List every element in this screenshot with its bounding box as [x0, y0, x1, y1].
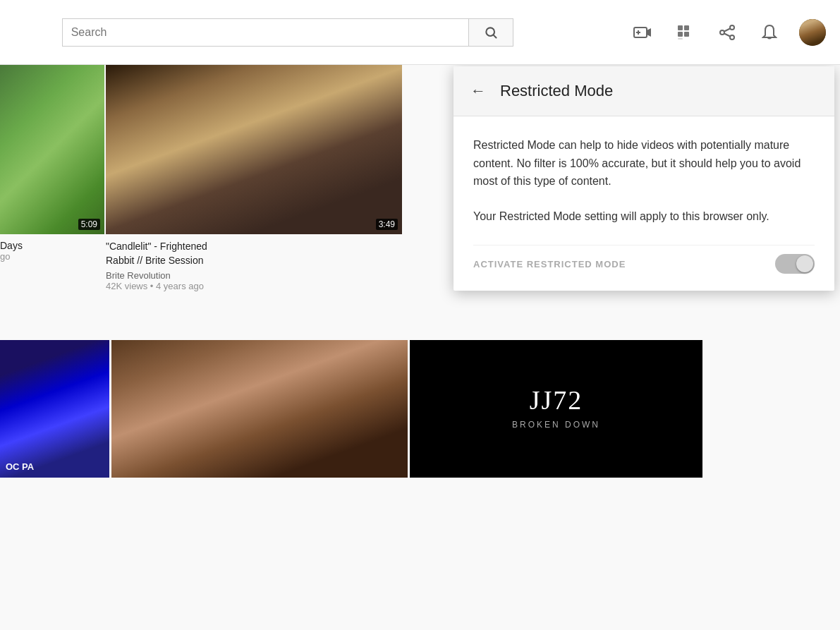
share-icon[interactable] — [714, 20, 740, 45]
grid-icon — [677, 25, 693, 40]
jj72-overlay: JJ72 BROKEN DOWN — [512, 384, 600, 429]
search-container — [62, 18, 513, 47]
panel-title: Restricted Mode — [500, 82, 613, 100]
svg-rect-8 — [678, 32, 683, 37]
activate-label: ACTIVATE RESTRICTED MODE — [473, 259, 626, 269]
activate-row: ACTIVATE RESTRICTED MODE — [473, 245, 815, 274]
thumbnail-4[interactable] — [111, 340, 408, 478]
video-info-1: Days go — [0, 240, 23, 262]
svg-rect-10 — [678, 38, 683, 40]
concert-text: OC PA — [6, 461, 34, 472]
video-channel-2: Brite Revolution — [106, 270, 207, 281]
video-meta-partial: go — [0, 251, 23, 262]
header — [0, 0, 840, 65]
svg-line-1 — [494, 35, 497, 37]
duration-2: 3:49 — [376, 219, 398, 230]
bell-icon — [762, 24, 777, 41]
apps-icon[interactable] — [672, 20, 698, 45]
panel-body: Restricted Mode can help to hide videos … — [454, 116, 834, 291]
thumbnail-1[interactable]: 5:09 — [0, 65, 104, 234]
svg-rect-7 — [684, 25, 689, 30]
svg-line-14 — [724, 28, 730, 31]
jj72-subtitle: BROKEN DOWN — [512, 419, 600, 429]
avatar-image — [799, 19, 826, 46]
thumbnail-2[interactable]: 3:49 — [106, 65, 402, 234]
svg-line-15 — [724, 33, 730, 36]
upload-icon[interactable] — [630, 20, 655, 45]
message-icon — [719, 25, 736, 40]
panel-description: Restricted Mode can help to hide videos … — [473, 136, 815, 190]
video-info-2: "Candlelit" - Frightened Rabbit // Brite… — [106, 240, 207, 291]
restricted-mode-panel: ← Restricted Mode Restricted Mode can he… — [454, 66, 834, 291]
video-title-partial: Days — [0, 240, 23, 251]
svg-point-13 — [730, 35, 734, 40]
svg-point-11 — [720, 30, 724, 35]
search-input[interactable] — [62, 18, 468, 47]
thumbnail-5[interactable]: JJ72 BROKEN DOWN — [410, 340, 702, 478]
notifications-icon[interactable] — [757, 20, 782, 45]
thumbnail-3[interactable]: OC PA — [0, 340, 109, 478]
header-actions — [609, 19, 826, 46]
video-title-2: "Candlelit" - Frightened Rabbit // Brite… — [106, 240, 207, 267]
search-icon — [484, 25, 498, 40]
video-meta-2: 42K views • 4 years ago — [106, 281, 207, 291]
svg-point-12 — [730, 25, 734, 30]
panel-note: Your Restricted Mode setting will apply … — [473, 207, 815, 226]
panel-header: ← Restricted Mode — [454, 66, 834, 116]
avatar[interactable] — [799, 19, 826, 46]
main-content: 5:09 3:49 Days go "Candlelit" - Frighten… — [0, 65, 840, 630]
restricted-mode-toggle[interactable] — [775, 254, 815, 274]
back-button[interactable]: ← — [470, 83, 486, 99]
duration-1: 5:09 — [78, 219, 100, 230]
jj72-title: JJ72 — [512, 384, 600, 415]
camera-icon — [633, 25, 652, 40]
search-button[interactable] — [468, 18, 513, 47]
svg-rect-9 — [684, 32, 689, 37]
svg-rect-6 — [678, 25, 683, 30]
